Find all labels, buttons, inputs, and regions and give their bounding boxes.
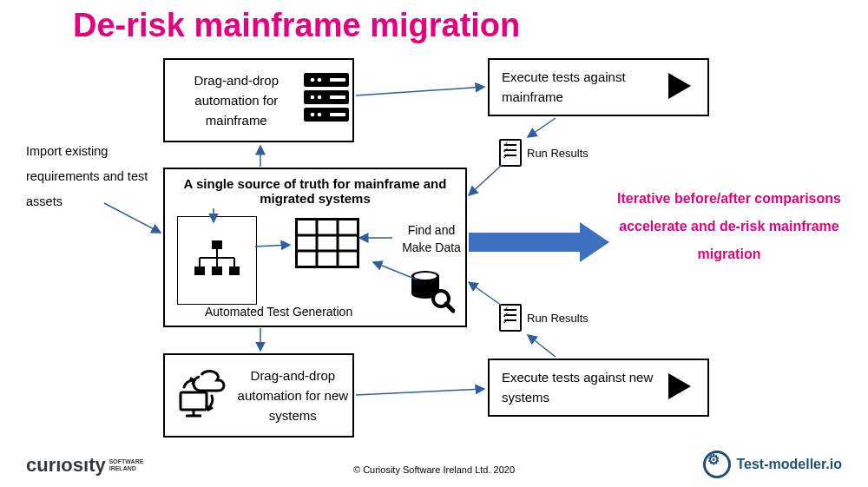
play-icon	[658, 71, 701, 104]
svg-line-30	[446, 304, 453, 311]
box-exec-newsystems-label: Execute tests against new systems	[490, 368, 658, 407]
grid-icon	[295, 218, 359, 268]
svg-point-3	[311, 77, 315, 82]
svg-rect-14	[212, 267, 222, 275]
run-results-top: Run Results	[499, 139, 589, 167]
svg-rect-9	[330, 78, 345, 82]
checklist-icon	[499, 139, 522, 167]
callout-text: Iterative before/after comparisons accel…	[612, 185, 846, 268]
gear-icon	[703, 451, 731, 478]
svg-line-46	[469, 282, 502, 306]
box-exec-mainframe: Execute tests against mainframe	[488, 58, 709, 116]
server-stack-icon	[301, 71, 352, 130]
svg-marker-35	[668, 373, 691, 399]
hierarchy-icon	[191, 239, 243, 282]
svg-point-28	[414, 273, 437, 280]
checklist-icon	[499, 304, 522, 332]
cloud-sync-icon	[174, 368, 233, 424]
svg-marker-34	[668, 73, 691, 99]
hierarchy-icon-box	[177, 216, 257, 305]
svg-point-8	[318, 112, 322, 116]
automated-test-generation-label: Automated Test Generation	[205, 305, 352, 319]
box-dragdrop-mainframe-label: Drag-and-drop automation for mainframe	[172, 70, 301, 131]
svg-rect-11	[330, 113, 345, 116]
run-results-label: Run Results	[527, 312, 589, 325]
box-dragdrop-mainframe: Drag-and-drop automation for mainframe	[163, 58, 354, 142]
svg-line-42	[356, 389, 484, 395]
box-exec-mainframe-label: Execute tests against mainframe	[490, 68, 658, 107]
page-title: De-risk mainframe migration	[73, 7, 520, 44]
svg-rect-12	[212, 240, 222, 249]
box-single-source: A single source of truth for mainframe a…	[163, 168, 467, 327]
box-single-source-headline: A single source of truth for mainframe a…	[165, 169, 465, 207]
svg-rect-15	[229, 267, 240, 275]
run-results-bottom: Run Results	[499, 304, 589, 332]
svg-line-44	[528, 335, 556, 357]
run-results-label: Run Results	[527, 147, 589, 160]
database-search-icon	[408, 269, 455, 316]
svg-line-41	[356, 87, 484, 95]
svg-rect-10	[330, 95, 345, 99]
find-make-data-label: Find and Make Data	[398, 221, 465, 257]
svg-rect-21	[296, 219, 358, 267]
box-dragdrop-newsystems-label: Drag-and-drop automation for new systems	[233, 365, 352, 426]
svg-point-5	[311, 95, 315, 99]
svg-rect-13	[194, 267, 205, 275]
box-dragdrop-newsystems: Drag-and-drop automation for new systems	[163, 353, 354, 438]
import-existing-label: Import existing requirements and test as…	[26, 139, 156, 214]
svg-line-43	[528, 118, 556, 137]
svg-rect-31	[181, 392, 207, 410]
logo-testmodeller-text: Test-modeller.io	[736, 457, 842, 472]
svg-line-45	[469, 165, 502, 195]
logo-testmodeller: Test-modeller.io	[703, 451, 842, 478]
play-icon	[658, 372, 701, 405]
svg-point-27	[411, 280, 439, 290]
svg-point-6	[318, 95, 322, 99]
svg-point-7	[311, 112, 315, 116]
svg-rect-36	[469, 233, 580, 252]
box-exec-newsystems: Execute tests against new systems	[488, 359, 709, 417]
svg-point-4	[318, 77, 322, 82]
svg-marker-37	[580, 222, 609, 262]
